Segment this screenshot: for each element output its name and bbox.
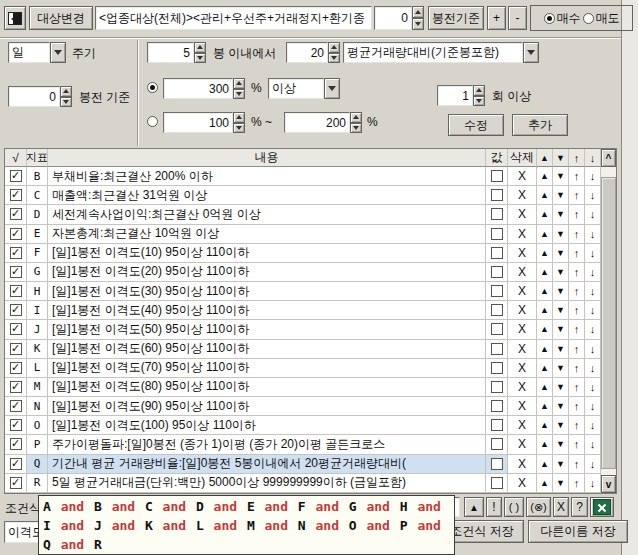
single-pct-up-button[interactable]: [233, 78, 245, 89]
row-move-up-button[interactable]: ▲: [537, 205, 553, 224]
row-move-up-button[interactable]: ▲: [537, 225, 553, 244]
modify-button[interactable]: 수정: [448, 114, 504, 136]
row-move-top-button[interactable]: ↑: [569, 416, 585, 435]
range-from-input[interactable]: 100: [163, 112, 233, 133]
period-combo[interactable]: 일: [8, 42, 66, 63]
row-value-cell[interactable]: [486, 474, 508, 493]
row-move-up-button[interactable]: ▲: [537, 320, 553, 339]
range-threshold-radio[interactable]: [147, 116, 158, 127]
row-move-up-button[interactable]: ▲: [537, 359, 553, 378]
row-delete-button[interactable]: X: [508, 397, 537, 416]
row-move-top-button[interactable]: ↑: [569, 435, 585, 454]
table-row[interactable]: ✓ M [일]1봉전 이격도(80) 95이상 110이하 X ▲ ▼ ↑ ↓: [5, 378, 601, 397]
row-move-bottom-button[interactable]: ↓: [585, 359, 601, 378]
period-combo-arrow-button[interactable]: [50, 42, 66, 63]
table-row[interactable]: ✓ R 5일 평균거래대금(단위:백만) 5000이상 999999999이하 …: [5, 474, 601, 493]
range-to-down-button[interactable]: [350, 123, 362, 134]
range-from-up-button[interactable]: [233, 112, 245, 123]
add-button[interactable]: 추가: [512, 114, 568, 136]
plus-button[interactable]: +: [487, 6, 506, 30]
save-as-button[interactable]: 다른이름 저장: [528, 520, 628, 543]
avg-count-down-button[interactable]: [328, 53, 340, 64]
row-value-cell[interactable]: [486, 320, 508, 339]
target-scope-field[interactable]: <업종대상(전체)><관리+우선주+거래정지+환기종: [95, 6, 372, 30]
row-delete-button[interactable]: X: [508, 225, 537, 244]
range-from-down-button[interactable]: [233, 123, 245, 134]
row-delete-button[interactable]: X: [508, 301, 537, 320]
occurrence-up-button[interactable]: [473, 85, 485, 96]
row-delete-button[interactable]: X: [508, 205, 537, 224]
minus-button[interactable]: -: [508, 6, 527, 30]
bars-ago-down-button[interactable]: [60, 97, 72, 108]
table-row[interactable]: ✓ K [일]1봉전 이격도(60) 95이상 110이하 X ▲ ▼ ↑ ↓: [5, 340, 601, 359]
table-row[interactable]: ✓ P 주가이평돌파:[일]0봉전 (종가 1)이평 (종가 20)이평 골든크…: [5, 435, 601, 454]
row-enabled-cell[interactable]: ✓: [5, 435, 27, 454]
table-row[interactable]: ✓ Q 기간내 평균 거래량비율:[일]0봉전 5봉이내에서 20평균거래량대비…: [5, 455, 601, 474]
table-row[interactable]: ✓ B 부채비율:최근결산 200% 이하 X ▲ ▼ ↑ ↓: [5, 167, 601, 186]
row-move-down-button[interactable]: ▼: [553, 225, 569, 244]
row-move-down-button[interactable]: ▼: [553, 474, 569, 493]
row-enabled-cell[interactable]: ✓: [5, 320, 27, 339]
row-move-down-button[interactable]: ▼: [553, 167, 569, 186]
row-move-bottom-button[interactable]: ↓: [585, 320, 601, 339]
row-value-cell[interactable]: [486, 435, 508, 454]
row-move-top-button[interactable]: ↑: [569, 186, 585, 205]
row-enabled-cell[interactable]: ✓: [5, 455, 27, 474]
scrollbar-down-button[interactable]: v: [601, 475, 616, 493]
row-enabled-cell[interactable]: ✓: [5, 186, 27, 205]
row-delete-button[interactable]: X: [508, 435, 537, 454]
row-move-down-button[interactable]: ▼: [553, 455, 569, 474]
row-enabled-cell[interactable]: ✓: [5, 263, 27, 282]
formula-delete-button[interactable]: X: [553, 497, 569, 517]
row-enabled-cell[interactable]: ✓: [5, 474, 27, 493]
row-enabled-cell[interactable]: ✓: [5, 225, 27, 244]
row-delete-button[interactable]: X: [508, 244, 537, 263]
row-move-top-button[interactable]: ↑: [569, 225, 585, 244]
table-row[interactable]: ✓ J [일]1봉전 이격도(50) 95이상 110이하 X ▲ ▼ ↑ ↓: [5, 320, 601, 339]
row-move-down-button[interactable]: ▼: [553, 282, 569, 301]
row-move-top-button[interactable]: ↑: [569, 397, 585, 416]
row-move-bottom-button[interactable]: ↓: [585, 167, 601, 186]
formula-up-button[interactable]: ▲: [464, 497, 484, 517]
formula-paren-button[interactable]: ( ): [504, 497, 524, 517]
table-row[interactable]: ✓ F [일]1봉전 이격도(10) 95이상 110이하 X ▲ ▼ ↑ ↓: [5, 244, 601, 263]
table-row[interactable]: ✓ N [일]1봉전 이격도(90) 95이상 110이하 X ▲ ▼ ↑ ↓: [5, 397, 601, 416]
row-move-up-button[interactable]: ▲: [537, 282, 553, 301]
row-move-top-button[interactable]: ↑: [569, 455, 585, 474]
row-move-down-button[interactable]: ▼: [553, 340, 569, 359]
row-move-top-button[interactable]: ↑: [569, 340, 585, 359]
row-move-bottom-button[interactable]: ↓: [585, 225, 601, 244]
table-row[interactable]: ✓ O [일]1봉전 이격도(100) 95이상 110이하 X ▲ ▼ ↑ ↓: [5, 416, 601, 435]
table-row[interactable]: ✓ D 세전계속사업이익:최근결산 0억원 이상 X ▲ ▼ ↑ ↓: [5, 205, 601, 224]
row-move-bottom-button[interactable]: ↓: [585, 263, 601, 282]
within-bars-input[interactable]: 5: [147, 42, 194, 63]
row-delete-button[interactable]: X: [508, 455, 537, 474]
table-row[interactable]: ✓ E 자본총계:최근결산 10억원 이상 X ▲ ▼ ↑ ↓: [5, 225, 601, 244]
row-move-down-button[interactable]: ▼: [553, 205, 569, 224]
row-move-up-button[interactable]: ▲: [537, 455, 553, 474]
row-move-up-button[interactable]: ▲: [537, 340, 553, 359]
row-move-top-button[interactable]: ↑: [569, 474, 585, 493]
row-move-down-button[interactable]: ▼: [553, 301, 569, 320]
row-move-up-button[interactable]: ▲: [537, 167, 553, 186]
table-row[interactable]: ✓ H [일]1봉전 이격도(30) 95이상 110이하 X ▲ ▼ ↑ ↓: [5, 282, 601, 301]
within-bars-up-button[interactable]: [194, 42, 206, 53]
formula-not-button[interactable]: !: [486, 497, 502, 517]
change-target-button[interactable]: 대상변경: [29, 6, 93, 30]
row-enabled-cell[interactable]: ✓: [5, 397, 27, 416]
row-value-cell[interactable]: [486, 244, 508, 263]
row-delete-button[interactable]: X: [508, 359, 537, 378]
compare-combo[interactable]: 이상: [268, 78, 340, 99]
row-move-bottom-button[interactable]: ↓: [585, 244, 601, 263]
row-move-top-button[interactable]: ↑: [569, 301, 585, 320]
within-bars-down-button[interactable]: [194, 53, 206, 64]
row-enabled-cell[interactable]: ✓: [5, 378, 27, 397]
row-move-up-button[interactable]: ▲: [537, 244, 553, 263]
scrollbar-track[interactable]: [601, 167, 616, 475]
row-value-cell[interactable]: [486, 416, 508, 435]
row-move-down-button[interactable]: ▼: [553, 320, 569, 339]
row-move-up-button[interactable]: ▲: [537, 186, 553, 205]
row-enabled-cell[interactable]: ✓: [5, 359, 27, 378]
row-value-cell[interactable]: [486, 359, 508, 378]
occurrence-down-button[interactable]: [473, 96, 485, 107]
